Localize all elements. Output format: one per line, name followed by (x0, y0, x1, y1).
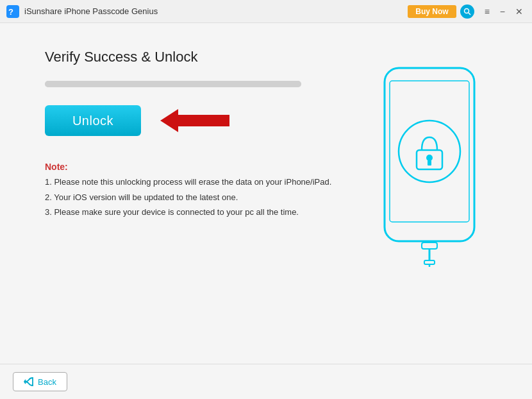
back-icon (24, 377, 34, 387)
buy-now-button[interactable]: Buy Now (408, 5, 456, 18)
progress-bar-fill (45, 81, 301, 87)
svg-rect-10 (422, 242, 437, 249)
menu-button[interactable]: ≡ (482, 6, 492, 17)
minimize-button[interactable]: − (497, 6, 508, 17)
window-controls: ≡ − ✕ (482, 6, 526, 17)
app-title: iSunshare iPhone Passcode Genius (24, 6, 408, 16)
bottom-bar: Back (0, 364, 532, 399)
unlock-button[interactable]: Unlock (45, 105, 141, 136)
svg-rect-12 (424, 260, 435, 264)
back-label: Back (38, 377, 56, 387)
svg-text:?: ? (8, 7, 13, 17)
svg-point-8 (426, 155, 433, 161)
title-bar: ? iSunshare iPhone Passcode Genius Buy N… (0, 0, 532, 23)
svg-rect-9 (428, 160, 431, 166)
arrow-shape (160, 109, 229, 132)
arrow-body (178, 115, 229, 126)
progress-bar-container (45, 81, 301, 87)
svg-point-2 (464, 8, 469, 13)
arrow-indicator (160, 109, 229, 132)
main-content: Verify Success & Unlock Unlock Note: 1. … (0, 23, 532, 364)
svg-point-6 (399, 121, 460, 182)
svg-line-3 (469, 13, 470, 15)
phone-illustration (378, 62, 481, 254)
close-button[interactable]: ✕ (513, 6, 526, 17)
svg-rect-5 (390, 81, 469, 222)
arrow-head (160, 109, 178, 132)
app-icon: ? (6, 5, 19, 18)
back-button[interactable]: Back (13, 372, 67, 391)
title-bar-actions: Buy Now ≡ − ✕ (408, 4, 526, 19)
search-icon-button[interactable] (460, 4, 474, 19)
